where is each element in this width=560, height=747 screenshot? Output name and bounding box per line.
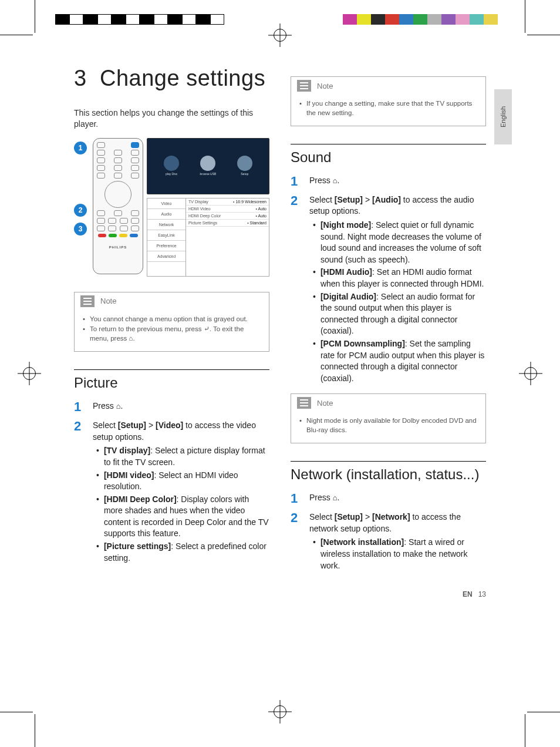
remote-brand: PHILIPS [97,245,139,249]
section-heading-picture: Picture [74,375,269,391]
menu-path: [Video] [156,420,183,430]
registration-cross [268,700,292,724]
setting-key: Picture Settings [188,221,247,225]
menu-path: [Setup] [118,420,146,430]
section-heading-sound: Sound [291,149,486,166]
note-icon [297,80,311,92]
gt: > [146,420,156,430]
callout-stack: 1 2 3 [74,138,89,277]
gt: > [363,512,372,521]
registration-bar-color [329,14,498,25]
option-key: [TV display] [104,446,150,455]
menu-path: [Setup] [335,512,363,521]
menu-path: [Network] [372,512,410,521]
settings-menu: Video Audio Network EasyLink Preference … [147,198,186,276]
menu-path: [Setup] [335,195,363,204]
page-content: English 3Change settings This section he… [74,66,486,574]
language-tab: English [494,89,512,144]
illustration: 1 2 3 PHILIPS [74,138,269,277]
option-key: [HDMI Deep Color] [104,494,177,504]
callout-2: 2 [74,204,87,217]
picture-steps: Press ⌂. Select [Setup] > [Video] to acc… [74,398,269,565]
crop-mark [527,712,560,712]
section-heading-network: Network (installation, status...) [291,466,486,483]
setting-val: Auto [256,207,266,211]
callout-3: 3 [74,223,87,235]
option-key: [HDMI video] [104,470,154,480]
note-item: If you change a setting, make sure that … [306,99,477,117]
step-text: Press [93,401,116,410]
home-icon: ⌂ [333,493,338,503]
note-box-3: Note Night mode is only available for Do… [291,393,486,443]
note-item: To return to the previous menu, press ⤶.… [90,325,261,343]
note-label: Note [317,82,333,90]
registration-cross [268,23,292,47]
setting-key: HDMI Video [188,207,256,211]
setting-val: Standard [247,221,266,225]
column-right: Note If you change a setting, make sure … [291,66,486,574]
footer-lang: EN [463,590,473,598]
sound-steps: Press ⌂. Select [Setup] > [Audio] to acc… [291,173,486,385]
home-icon: ⌂ [333,176,338,186]
note-icon [80,295,95,307]
registration-cross [18,362,41,385]
chapter-number: 3 [74,66,100,91]
note-icon [297,397,311,409]
option-key: [Network installation] [321,537,404,547]
home-icon: ⌂ [116,401,121,412]
tv-item-setup: Setup [241,172,248,176]
step-text: Select [93,420,118,430]
settings-values: TV Display16:9 Widescreen HDMI VideoAuto… [186,198,269,276]
option-key: [Picture settings] [104,541,171,551]
option-key: [HDMI Audio] [321,267,372,277]
step-text: Select [309,195,335,204]
menu-video: Video [147,198,185,209]
note-label: Note [317,399,333,408]
note-label: Note [100,297,116,305]
remote-graphic: PHILIPS [93,138,143,274]
menu-easylink: EasyLink [147,230,185,241]
crop-mark [0,712,33,712]
option-key: [Digital Audio] [321,292,376,301]
tv-item-play: play Disc [166,172,177,176]
crop-mark [35,714,35,747]
language-tab-label: English [500,106,507,127]
step-text: Press [309,493,333,502]
menu-audio: Audio [147,209,185,220]
column-left: 3Change settings This section helps you … [74,66,269,574]
setting-key: TV Display [188,200,233,204]
network-steps: Press ⌂. Select [Setup] > [Network] to a… [291,490,486,573]
tv-item-usb: browse USB [200,172,217,176]
option-key: [Night mode] [321,220,371,230]
section-rule [74,369,269,370]
crop-mark [35,0,35,33]
tv-graphic: play Disc browse USB Setup [147,138,269,194]
setting-key: HDMI Deep Color [188,214,256,218]
registration-bar-bw [55,14,224,25]
menu-preference: Preference [147,241,185,251]
registration-cross [519,362,542,385]
callout-1: 1 [74,142,87,154]
setting-val: 16:9 Widescreen [233,200,266,204]
settings-grid: Video Audio Network EasyLink Preference … [147,198,269,277]
chapter-title: Change settings [100,66,265,90]
option-key: [PCM Downsampling] [321,339,405,348]
menu-network: Network [147,220,185,230]
footer-page: 13 [478,590,486,598]
crop-mark [525,0,525,33]
menu-path: [Audio] [372,195,401,204]
note-box-2: Note If you change a setting, make sure … [291,76,486,126]
note-box-1: Note You cannot change a menu option tha… [74,292,269,352]
step-text: Select [309,512,335,521]
crop-mark [525,714,525,747]
menu-advanced: Advanced [147,251,185,262]
section-rule [291,461,486,462]
section-rule [291,144,486,144]
note-item: Night mode is only available for Dolby e… [306,416,477,435]
note-item: You cannot change a menu option that is … [90,315,248,324]
step-text: Press [309,176,333,185]
crop-mark [0,35,33,35]
setting-val: Auto [256,214,266,218]
intro-text: This section helps you change the settin… [74,107,269,130]
page-footer: EN13 [463,590,486,598]
